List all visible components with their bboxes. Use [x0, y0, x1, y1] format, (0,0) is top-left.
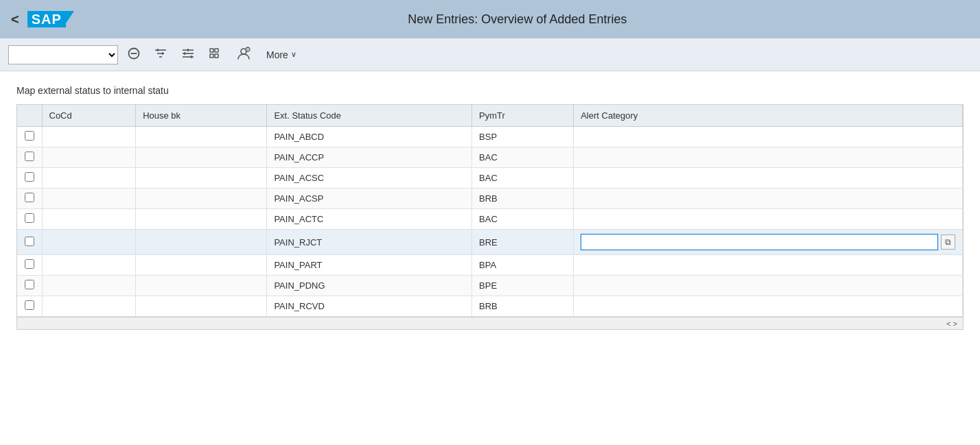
chevron-down-icon: ∨	[291, 50, 296, 59]
page-title: New Entries: Overview of Added Entries	[66, 12, 969, 27]
row-checkbox-cell	[17, 168, 42, 189]
filter1-button[interactable]	[150, 45, 172, 65]
filter3-button[interactable]	[205, 45, 226, 65]
cell-pymtr: BAC	[472, 168, 574, 189]
cell-cocd	[42, 276, 136, 296]
table-row: PAIN_RJCTBRE⧉	[17, 230, 963, 255]
cell-alert-cat	[574, 147, 963, 168]
more-button[interactable]: More ∨	[261, 47, 302, 63]
table-row: PAIN_ABCDBSP	[17, 127, 963, 147]
row-checkbox-cell	[17, 296, 42, 317]
back-button[interactable]: <	[11, 12, 19, 27]
cell-pymtr: BPA	[472, 255, 574, 276]
row-checkbox[interactable]	[25, 172, 34, 182]
cell-alert-cat[interactable]: ⧉	[574, 230, 963, 255]
svg-rect-16	[215, 54, 218, 58]
cell-cocd	[42, 147, 136, 168]
cell-cocd	[42, 209, 136, 230]
cell-alert-cat	[574, 296, 963, 317]
cell-cocd	[42, 255, 136, 276]
row-checkbox-cell	[17, 209, 42, 230]
row-checkbox[interactable]	[25, 213, 34, 223]
cell-alert-cat	[574, 209, 963, 230]
cell-house-bk	[136, 168, 267, 189]
col-ext-status: Ext. Status Code	[267, 105, 472, 127]
cell-house-bk	[136, 230, 267, 255]
content-area: Map external status to internal statu Co…	[0, 71, 980, 445]
cell-pymtr: BRE	[472, 230, 574, 255]
cell-house-bk	[136, 209, 267, 230]
table-row: PAIN_ACSPBRB	[17, 189, 963, 209]
cell-house-bk	[136, 189, 267, 209]
row-checkbox[interactable]	[25, 193, 34, 202]
row-checkbox[interactable]	[25, 237, 34, 246]
scroll-arrows[interactable]: < >	[946, 320, 957, 328]
cell-alert-cat	[574, 127, 963, 147]
table-body: PAIN_ABCDBSPPAIN_ACCPBACPAIN_ACSCBACPAIN…	[17, 127, 963, 317]
row-checkbox-cell	[17, 147, 42, 168]
cell-cocd	[42, 127, 136, 147]
row-checkbox[interactable]	[25, 300, 34, 310]
cell-pymtr: BRB	[472, 189, 574, 209]
cell-ext-status: PAIN_ACSP	[267, 189, 472, 209]
section-title: Map external status to internal statu	[16, 85, 964, 96]
row-checkbox-cell	[17, 230, 42, 255]
cell-pymtr: BPE	[472, 276, 574, 296]
cell-house-bk	[136, 276, 267, 296]
svg-point-18	[246, 47, 250, 51]
row-checkbox[interactable]	[25, 131, 34, 141]
cell-ext-status: PAIN_ACTC	[267, 209, 472, 230]
row-checkbox[interactable]	[25, 259, 34, 269]
svg-rect-13	[210, 49, 213, 52]
filter1-icon	[154, 47, 167, 62]
user-settings-button[interactable]	[232, 44, 255, 66]
data-table-container: CoCd House bk Ext. Status Code PymTr Ale…	[16, 104, 964, 330]
minus-button[interactable]	[124, 45, 144, 65]
row-checkbox-cell	[17, 189, 42, 209]
col-alert-cat: Alert Category	[574, 105, 963, 127]
filter2-button[interactable]	[177, 45, 199, 65]
cell-cocd	[42, 296, 136, 317]
user-settings-icon	[236, 47, 251, 63]
cell-house-bk	[136, 127, 267, 147]
col-housebk: House bk	[136, 105, 267, 127]
filter2-icon	[181, 47, 195, 62]
filter3-icon	[209, 47, 222, 62]
row-checkbox[interactable]	[25, 152, 34, 161]
cell-pymtr: BSP	[472, 127, 574, 147]
cell-cocd	[42, 189, 136, 209]
cell-pymtr: BAC	[472, 209, 574, 230]
alert-cat-input[interactable]	[581, 234, 938, 250]
table-row: PAIN_ACSCBAC	[17, 168, 963, 189]
table-row: PAIN_PARTBPA	[17, 255, 963, 276]
col-cocd: CoCd	[42, 105, 136, 127]
toolbar-select[interactable]	[8, 45, 118, 64]
row-checkbox-cell	[17, 127, 42, 147]
col-pymtr: PymTr	[472, 105, 574, 127]
row-checkbox-cell	[17, 255, 42, 276]
svg-rect-14	[215, 49, 218, 52]
cell-ext-status: PAIN_RJCT	[267, 230, 472, 255]
table-row: PAIN_ACTCBAC	[17, 209, 963, 230]
copy-icon[interactable]: ⧉	[941, 234, 955, 250]
cell-pymtr: BAC	[472, 147, 574, 168]
cell-alert-cat	[574, 276, 963, 296]
data-table: CoCd House bk Ext. Status Code PymTr Ale…	[17, 105, 963, 317]
row-checkbox-cell	[17, 276, 42, 296]
table-header: CoCd House bk Ext. Status Code PymTr Ale…	[17, 105, 963, 127]
cell-house-bk	[136, 296, 267, 317]
more-label: More	[266, 49, 288, 60]
sap-logo: SAP	[27, 7, 66, 32]
cell-ext-status: PAIN_PART	[267, 255, 472, 276]
table-row: PAIN_RCVDBRB	[17, 296, 963, 317]
cell-alert-cat	[574, 168, 963, 189]
cell-house-bk	[136, 255, 267, 276]
cell-ext-status: PAIN_RCVD	[267, 296, 472, 317]
col-checkbox	[17, 105, 42, 127]
horizontal-scroll-bar[interactable]: < >	[17, 317, 963, 329]
sap-logo-text: SAP	[32, 12, 62, 26]
cell-pymtr: BRB	[472, 296, 574, 317]
cell-ext-status: PAIN_ACCP	[267, 147, 472, 168]
cell-cocd	[42, 230, 136, 255]
row-checkbox[interactable]	[25, 280, 34, 289]
